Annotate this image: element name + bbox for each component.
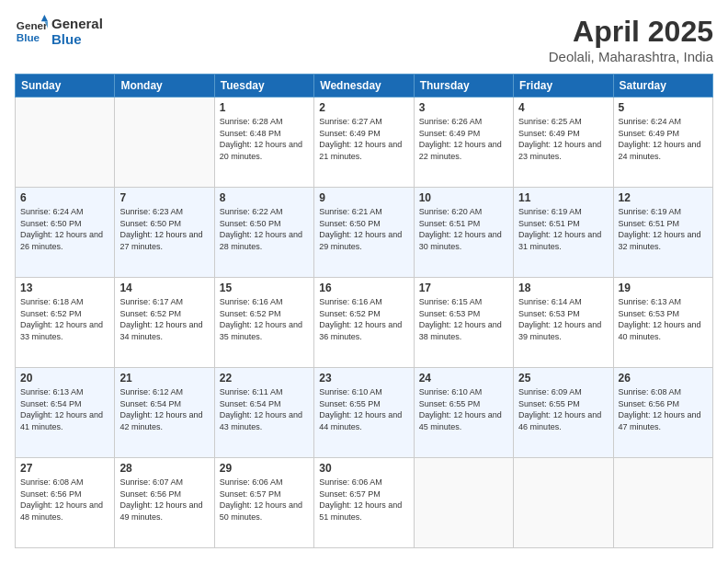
- day-number: 28: [119, 462, 209, 475]
- calendar-cell: 11Sunrise: 6:19 AMSunset: 6:51 PMDayligh…: [514, 188, 613, 278]
- calendar-week-row: 1Sunrise: 6:28 AMSunset: 6:48 PMDaylight…: [16, 98, 713, 188]
- day-number: 12: [619, 191, 708, 204]
- calendar-cell: 7Sunrise: 6:23 AMSunset: 6:50 PMDaylight…: [115, 188, 214, 278]
- day-number: 20: [20, 372, 109, 385]
- calendar-cell: [115, 98, 214, 188]
- calendar-cell: 4Sunrise: 6:25 AMSunset: 6:49 PMDaylight…: [514, 98, 613, 188]
- calendar-cell: 21Sunrise: 6:12 AMSunset: 6:54 PMDayligh…: [115, 368, 214, 458]
- day-number: 19: [619, 282, 708, 294]
- day-number: 24: [419, 372, 508, 385]
- day-number: 11: [518, 191, 608, 204]
- col-header-wednesday: Wednesday: [314, 75, 414, 98]
- day-info: Sunrise: 6:07 AMSunset: 6:56 PMDaylight:…: [119, 477, 209, 523]
- day-number: 5: [619, 101, 708, 114]
- day-number: 1: [220, 101, 309, 114]
- day-info: Sunrise: 6:22 AMSunset: 6:50 PMDaylight:…: [220, 206, 309, 252]
- day-info: Sunrise: 6:13 AMSunset: 6:54 PMDaylight:…: [20, 386, 109, 432]
- day-number: 8: [220, 191, 309, 204]
- day-info: Sunrise: 6:25 AMSunset: 6:49 PMDaylight:…: [518, 116, 608, 162]
- calendar-cell: [613, 458, 712, 548]
- day-number: 17: [419, 282, 508, 294]
- day-info: Sunrise: 6:26 AMSunset: 6:49 PMDaylight:…: [419, 116, 508, 162]
- day-number: 23: [319, 372, 408, 385]
- calendar-cell: 5Sunrise: 6:24 AMSunset: 6:49 PMDaylight…: [613, 98, 712, 188]
- calendar-cell: 10Sunrise: 6:20 AMSunset: 6:51 PMDayligh…: [414, 188, 513, 278]
- calendar-cell: 16Sunrise: 6:16 AMSunset: 6:52 PMDayligh…: [314, 278, 414, 368]
- calendar-week-row: 13Sunrise: 6:18 AMSunset: 6:52 PMDayligh…: [16, 278, 713, 368]
- day-number: 15: [220, 282, 309, 294]
- sub-title: Deolali, Maharashtra, India: [549, 49, 713, 64]
- day-number: 4: [518, 101, 608, 114]
- day-info: Sunrise: 6:20 AMSunset: 6:51 PMDaylight:…: [419, 206, 508, 252]
- calendar-body: 1Sunrise: 6:28 AMSunset: 6:48 PMDaylight…: [16, 98, 713, 548]
- header: General Blue General Blue April 2025 Deo…: [15, 15, 713, 64]
- calendar-cell: 6Sunrise: 6:24 AMSunset: 6:50 PMDaylight…: [16, 188, 115, 278]
- day-number: 29: [220, 462, 309, 475]
- title-block: April 2025 Deolali, Maharashtra, India: [549, 15, 713, 64]
- calendar-cell: 3Sunrise: 6:26 AMSunset: 6:49 PMDaylight…: [414, 98, 513, 188]
- calendar-header-row: SundayMondayTuesdayWednesdayThursdayFrid…: [16, 75, 713, 98]
- day-number: 25: [518, 372, 608, 385]
- calendar-cell: 8Sunrise: 6:22 AMSunset: 6:50 PMDaylight…: [214, 188, 313, 278]
- day-info: Sunrise: 6:14 AMSunset: 6:53 PMDaylight:…: [518, 296, 608, 342]
- calendar-cell: 25Sunrise: 6:09 AMSunset: 6:55 PMDayligh…: [514, 368, 613, 458]
- day-info: Sunrise: 6:24 AMSunset: 6:49 PMDaylight:…: [619, 116, 708, 162]
- calendar-cell: 22Sunrise: 6:11 AMSunset: 6:54 PMDayligh…: [214, 368, 313, 458]
- calendar-cell: 12Sunrise: 6:19 AMSunset: 6:51 PMDayligh…: [613, 188, 712, 278]
- day-info: Sunrise: 6:06 AMSunset: 6:57 PMDaylight:…: [319, 477, 408, 523]
- calendar-cell: 20Sunrise: 6:13 AMSunset: 6:54 PMDayligh…: [16, 368, 115, 458]
- calendar-cell: 15Sunrise: 6:16 AMSunset: 6:52 PMDayligh…: [214, 278, 313, 368]
- day-info: Sunrise: 6:17 AMSunset: 6:52 PMDaylight:…: [119, 296, 209, 342]
- day-number: 10: [419, 191, 508, 204]
- calendar-cell: 2Sunrise: 6:27 AMSunset: 6:49 PMDaylight…: [314, 98, 414, 188]
- day-number: 21: [119, 372, 209, 385]
- day-number: 13: [20, 282, 109, 294]
- svg-text:Blue: Blue: [17, 31, 40, 43]
- calendar-cell: [16, 98, 115, 188]
- day-info: Sunrise: 6:19 AMSunset: 6:51 PMDaylight:…: [518, 206, 608, 252]
- calendar-cell: 18Sunrise: 6:14 AMSunset: 6:53 PMDayligh…: [514, 278, 613, 368]
- day-number: 3: [419, 101, 508, 114]
- day-info: Sunrise: 6:09 AMSunset: 6:55 PMDaylight:…: [518, 386, 608, 432]
- day-info: Sunrise: 6:23 AMSunset: 6:50 PMDaylight:…: [119, 206, 209, 252]
- calendar-cell: 28Sunrise: 6:07 AMSunset: 6:56 PMDayligh…: [115, 458, 214, 548]
- day-info: Sunrise: 6:16 AMSunset: 6:52 PMDaylight:…: [319, 296, 408, 342]
- day-number: 27: [20, 462, 109, 475]
- calendar-cell: 30Sunrise: 6:06 AMSunset: 6:57 PMDayligh…: [314, 458, 414, 548]
- day-info: Sunrise: 6:15 AMSunset: 6:53 PMDaylight:…: [419, 296, 508, 342]
- day-number: 6: [20, 191, 109, 204]
- calendar-table: SundayMondayTuesdayWednesdayThursdayFrid…: [15, 74, 713, 548]
- day-number: 9: [319, 191, 408, 204]
- calendar-cell: 13Sunrise: 6:18 AMSunset: 6:52 PMDayligh…: [16, 278, 115, 368]
- day-info: Sunrise: 6:18 AMSunset: 6:52 PMDaylight:…: [20, 296, 109, 342]
- day-number: 18: [518, 282, 608, 294]
- calendar-week-row: 27Sunrise: 6:08 AMSunset: 6:56 PMDayligh…: [16, 458, 713, 548]
- calendar-week-row: 6Sunrise: 6:24 AMSunset: 6:50 PMDaylight…: [16, 188, 713, 278]
- calendar-week-row: 20Sunrise: 6:13 AMSunset: 6:54 PMDayligh…: [16, 368, 713, 458]
- col-header-tuesday: Tuesday: [214, 75, 313, 98]
- col-header-thursday: Thursday: [414, 75, 513, 98]
- day-info: Sunrise: 6:27 AMSunset: 6:49 PMDaylight:…: [319, 116, 408, 162]
- calendar-cell: 1Sunrise: 6:28 AMSunset: 6:48 PMDaylight…: [214, 98, 313, 188]
- day-number: 14: [119, 282, 209, 294]
- col-header-sunday: Sunday: [16, 75, 115, 98]
- day-number: 26: [619, 372, 708, 385]
- calendar-cell: 24Sunrise: 6:10 AMSunset: 6:55 PMDayligh…: [414, 368, 513, 458]
- day-info: Sunrise: 6:24 AMSunset: 6:50 PMDaylight:…: [20, 206, 109, 252]
- calendar-cell: 26Sunrise: 6:08 AMSunset: 6:56 PMDayligh…: [613, 368, 712, 458]
- col-header-monday: Monday: [115, 75, 214, 98]
- logo-name-blue: Blue: [51, 31, 103, 47]
- main-title: April 2025: [549, 15, 713, 49]
- day-info: Sunrise: 6:08 AMSunset: 6:56 PMDaylight:…: [619, 386, 708, 432]
- logo: General Blue General Blue: [15, 15, 103, 48]
- day-info: Sunrise: 6:19 AMSunset: 6:51 PMDaylight:…: [619, 206, 708, 252]
- day-info: Sunrise: 6:21 AMSunset: 6:50 PMDaylight:…: [319, 206, 408, 252]
- calendar-cell: 29Sunrise: 6:06 AMSunset: 6:57 PMDayligh…: [214, 458, 313, 548]
- day-info: Sunrise: 6:16 AMSunset: 6:52 PMDaylight:…: [220, 296, 309, 342]
- day-info: Sunrise: 6:06 AMSunset: 6:57 PMDaylight:…: [220, 477, 309, 523]
- day-number: 7: [119, 191, 209, 204]
- logo-icon: General Blue: [15, 15, 48, 48]
- day-info: Sunrise: 6:12 AMSunset: 6:54 PMDaylight:…: [119, 386, 209, 432]
- day-info: Sunrise: 6:11 AMSunset: 6:54 PMDaylight:…: [220, 386, 309, 432]
- day-number: 16: [319, 282, 408, 294]
